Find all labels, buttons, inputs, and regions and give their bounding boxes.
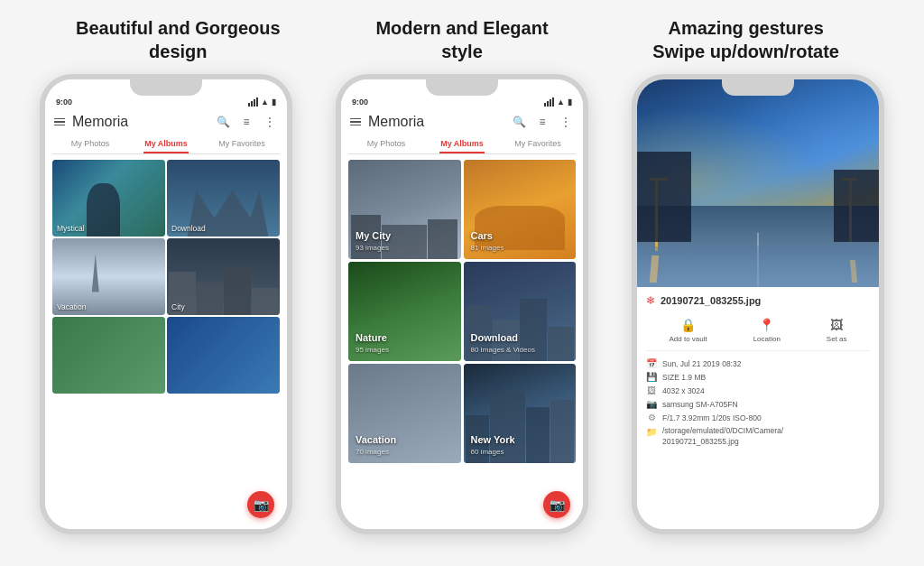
album-thumb-underwater[interactable]: [167, 317, 280, 394]
section-title-1: Beautiful and Gorgeous design: [42, 16, 313, 63]
tabs-2: My Photos My Albums My Favorites: [348, 134, 576, 154]
more-icon-2[interactable]: ⋮: [558, 114, 574, 130]
vault-label: Add to vault: [669, 335, 707, 343]
signal-icon-2: [544, 97, 554, 107]
album-count-vacation2: 70 images: [356, 448, 389, 456]
set-as-btn[interactable]: 🖼 Set as: [827, 318, 847, 343]
app-title-1: Memoria: [72, 114, 208, 130]
phone-screen-3: ❄ 20190721_083255.jpg 🔒 Add to vault 📍 L…: [637, 79, 879, 529]
folder-icon: 📁: [646, 427, 657, 437]
phone-notch-2: [426, 79, 498, 96]
phone-notch-1: [130, 79, 202, 96]
album-grid-2: My City 93 images Cars 81 images Nature …: [341, 154, 583, 469]
info-panel: ❄ 20190721_083255.jpg 🔒 Add to vault 📍 L…: [637, 287, 879, 457]
album-thumb-newyork[interactable]: New York 60 images: [464, 364, 577, 463]
album-thumb-download[interactable]: Download: [167, 160, 280, 237]
phone-screen-2: 9:00 ▲ ▮ Memoria 🔍 ≡ ⋮ My Pho: [341, 79, 583, 529]
calendar-icon: 📅: [646, 358, 657, 368]
meta-camera: 📷 samsung SM-A705FN: [646, 397, 870, 411]
tabs-1: My Photos My Albums My Favorites: [52, 134, 280, 154]
size-icon: 💾: [646, 372, 657, 382]
app-bar-1: Memoria 🔍 ≡ ⋮: [45, 110, 287, 134]
album-count-newyork: 60 images: [471, 448, 504, 456]
header-row: Beautiful and Gorgeous design Modern and…: [0, 0, 924, 74]
album-label-vacation: Vacation: [57, 302, 86, 311]
filter-icon-1[interactable]: ≡: [238, 114, 254, 130]
phone-screen-1: 9:00 ▲ ▮ Memoria 🔍 ≡ ⋮ My Pho: [45, 79, 287, 529]
wifi-icon-2: ▲: [557, 97, 565, 107]
album-count-cars: 81 images: [471, 244, 504, 252]
setas-icon: 🖼: [830, 318, 843, 332]
phone-1: 9:00 ▲ ▮ Memoria 🔍 ≡ ⋮ My Pho: [40, 74, 292, 534]
album-thumb-download2[interactable]: Download 80 Images & Videos: [464, 262, 577, 361]
meta-path-text: /storage/emulated/0/DCIM/Camera/ 2019072…: [662, 426, 783, 448]
filename-label: 20190721_083255.jpg: [661, 295, 761, 306]
album-thumb-vacation2[interactable]: Vacation 70 images: [348, 364, 461, 463]
album-count-nature: 95 images: [356, 346, 389, 354]
wifi-icon-1: ▲: [261, 97, 269, 107]
status-time-1: 9:00: [56, 97, 72, 107]
camera-fab-1[interactable]: 📷: [247, 491, 274, 518]
battery-icon-2: ▮: [568, 97, 572, 107]
meta-settings-text: F/1.7 3.92mm 1/20s ISO-800: [662, 413, 762, 422]
album-name-mycity: My City: [356, 230, 391, 241]
photo-display[interactable]: [637, 79, 879, 287]
vault-icon: 🔒: [680, 318, 696, 332]
app-title-2: Memoria: [368, 114, 504, 130]
album-label-city: City: [171, 302, 185, 311]
dimensions-icon: 🖼: [646, 385, 657, 395]
app-icon: ❄: [646, 294, 655, 307]
location-icon: 📍: [759, 318, 774, 332]
tab-myalbums-1[interactable]: My Albums: [128, 134, 204, 153]
album-thumb-city[interactable]: City: [167, 238, 280, 315]
album-grid-1: Mystical Download Vacation: [45, 154, 287, 399]
action-row: 🔒 Add to vault 📍 Location 🖼 Set as: [646, 314, 870, 351]
location-btn[interactable]: 📍 Location: [753, 318, 781, 343]
aperture-icon: ⚙: [646, 413, 657, 422]
album-thumb-nature[interactable]: Nature 95 images: [348, 262, 461, 361]
tab-myfavorites-2[interactable]: My Favorites: [500, 134, 576, 153]
phone-3: ❄ 20190721_083255.jpg 🔒 Add to vault 📍 L…: [632, 74, 884, 534]
album-name-vacation2: Vacation: [356, 434, 396, 445]
meta-size-text: SIZE 1.9 MB: [662, 373, 706, 382]
filter-icon-2[interactable]: ≡: [534, 114, 550, 130]
search-icon-2[interactable]: 🔍: [511, 114, 527, 130]
meta-dimensions-text: 4032 x 3024: [662, 386, 705, 395]
album-label-mystical: Mystical: [57, 224, 85, 233]
meta-size: 💾 SIZE 1.9 MB: [646, 370, 870, 384]
status-icons-1: ▲ ▮: [248, 97, 276, 107]
album-name-nature: Nature: [356, 332, 387, 343]
meta-date-text: Sun, Jul 21 2019 08:32: [662, 359, 741, 368]
setas-label: Set as: [827, 335, 847, 343]
album-name-cars: Cars: [471, 230, 493, 241]
add-to-vault-btn[interactable]: 🔒 Add to vault: [669, 318, 707, 343]
album-name-download2: Download: [471, 332, 519, 343]
more-icon-1[interactable]: ⋮: [262, 114, 278, 130]
tab-myalbums-2[interactable]: My Albums: [424, 134, 500, 153]
album-thumb-vacation[interactable]: Vacation: [52, 238, 165, 315]
camera-icon: 📷: [646, 399, 657, 409]
status-time-2: 9:00: [352, 97, 368, 107]
tab-myphotos-1[interactable]: My Photos: [52, 134, 128, 153]
battery-icon-1: ▮: [272, 97, 276, 107]
tab-myfavorites-1[interactable]: My Favorites: [204, 134, 280, 153]
status-icons-2: ▲ ▮: [544, 97, 572, 107]
album-count-download2: 80 Images & Videos: [471, 346, 535, 354]
meta-dimensions: 🖼 4032 x 3024: [646, 384, 870, 397]
section-title-2: Modern and Elegant style: [327, 16, 597, 63]
tab-myphotos-2[interactable]: My Photos: [348, 134, 424, 153]
meta-date: 📅 Sun, Jul 21 2019 08:32: [646, 357, 870, 370]
camera-fab-2[interactable]: 📷: [543, 491, 570, 518]
meta-camera-text: samsung SM-A705FN: [662, 400, 738, 409]
search-icon-1[interactable]: 🔍: [215, 114, 231, 130]
menu-icon-2[interactable]: [350, 118, 361, 126]
menu-icon-1[interactable]: [54, 118, 65, 126]
signal-icon-1: [248, 97, 258, 107]
album-thumb-mystical[interactable]: Mystical: [52, 160, 165, 237]
info-title-row: ❄ 20190721_083255.jpg: [646, 294, 870, 307]
album-thumb-mycity[interactable]: My City 93 images: [348, 160, 461, 259]
phones-row: 9:00 ▲ ▮ Memoria 🔍 ≡ ⋮ My Pho: [0, 74, 924, 566]
album-thumb-cars[interactable]: Cars 81 images: [464, 160, 577, 259]
phone-2: 9:00 ▲ ▮ Memoria 🔍 ≡ ⋮ My Pho: [336, 74, 588, 534]
album-thumb-plant[interactable]: [52, 317, 165, 394]
